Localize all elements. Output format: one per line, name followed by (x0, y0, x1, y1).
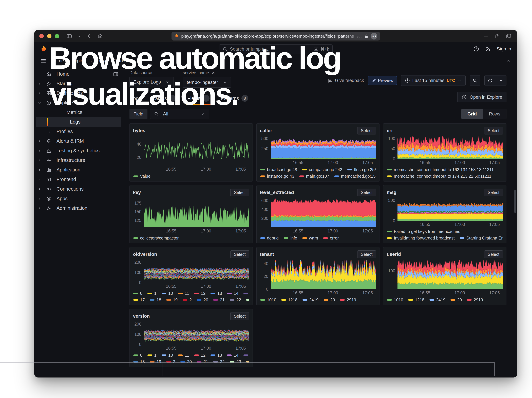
legend-item[interactable]: 2 (183, 298, 192, 302)
legend-item[interactable]: 29 (450, 298, 462, 302)
view-option-grid[interactable]: Grid (461, 109, 483, 119)
chart-plot[interactable] (144, 198, 249, 227)
legend-item[interactable]: 0 (133, 291, 142, 296)
legend-item[interactable]: 1010 (387, 298, 403, 302)
legend-item[interactable]: 24 (246, 359, 249, 364)
legend-item[interactable]: broadcast.go:48 (260, 167, 297, 172)
url-more-button[interactable]: ••• (371, 33, 377, 39)
legend-item[interactable]: error (323, 236, 339, 241)
select-button[interactable]: Select (484, 250, 503, 258)
legend-item[interactable]: 2419 (430, 298, 446, 302)
chart-plot[interactable] (271, 136, 376, 159)
close-window-button[interactable] (39, 34, 44, 38)
legend-item[interactable]: 1 (147, 353, 157, 358)
view-option-rows[interactable]: Rows (483, 109, 506, 119)
legend-item[interactable]: 18 (133, 359, 145, 364)
chart-plot[interactable] (398, 260, 503, 289)
legend-item[interactable]: memcache: connect timeout to 174.213.22.… (387, 174, 491, 179)
time-range-picker[interactable]: Last 15 minutes UTC (401, 75, 466, 86)
sidebar-toggle-icon[interactable] (66, 33, 73, 39)
share-icon[interactable] (494, 33, 501, 39)
sidebar-item-infrastructure[interactable]: Infrastructure (36, 155, 121, 165)
legend-item[interactable]: 22 (230, 298, 241, 302)
select-button[interactable]: Select (230, 250, 249, 258)
legend-item[interactable]: 2919 (467, 298, 483, 302)
legend-item[interactable]: 13 (210, 353, 222, 358)
legend-item[interactable]: Starting Grafana Enterpri (460, 236, 503, 241)
zoom-window-button[interactable] (55, 34, 59, 38)
legend-item[interactable]: 1218 (281, 298, 298, 302)
chart-plot[interactable] (271, 198, 376, 227)
select-button[interactable]: Select (357, 250, 376, 258)
help-icon[interactable] (473, 46, 479, 52)
chevron-right-icon[interactable] (37, 158, 42, 162)
legend-item[interactable]: 11 (178, 291, 189, 296)
sidebar-item-logs[interactable]: Logs (36, 117, 121, 127)
scrollbar-thumb[interactable] (514, 190, 516, 213)
legend-item[interactable]: 20 (197, 298, 208, 302)
legend-item[interactable]: 1218 (408, 298, 424, 302)
tab-overview-icon[interactable] (506, 33, 512, 39)
select-button[interactable]: Select (484, 127, 503, 134)
legend-item[interactable]: Value (133, 174, 151, 179)
chart-plot[interactable] (144, 260, 249, 283)
legend-item[interactable]: 19 (166, 298, 178, 302)
chart-plot[interactable] (398, 136, 503, 159)
legend-item[interactable]: 15 (243, 353, 249, 358)
legend-item[interactable]: 0 (133, 353, 142, 358)
sidebar-item-apps[interactable]: Apps (36, 194, 121, 203)
sidebar-item-application[interactable]: Application (36, 165, 121, 175)
legend-item[interactable]: main.go:107 (299, 174, 329, 179)
legend-item[interactable]: 21 (213, 298, 225, 302)
legend-item[interactable]: compactor.go:242 (302, 167, 342, 172)
chart-plot[interactable] (144, 322, 249, 344)
legend-item[interactable]: 13 (210, 291, 222, 296)
legend-item[interactable]: 2 (166, 359, 175, 364)
legend-item[interactable]: debug (260, 236, 279, 241)
legend-item[interactable]: 12 (194, 353, 206, 358)
new-tab-icon[interactable] (482, 33, 489, 39)
chart-plot[interactable] (144, 136, 249, 165)
grafana-logo[interactable] (40, 45, 47, 53)
chart-plot[interactable] (271, 260, 376, 289)
sidebar-chevron-icon[interactable] (77, 33, 81, 39)
chevron-right-icon[interactable] (37, 206, 42, 211)
legend-item[interactable]: Invalidating forwarded broadcast (387, 236, 455, 241)
legend-item[interactable]: flush.go:253 (347, 167, 376, 172)
back-button-icon[interactable] (86, 33, 93, 39)
legend-item[interactable]: 14 (227, 353, 238, 358)
legend-item[interactable]: 23 (230, 359, 241, 364)
legend-item[interactable]: 21 (197, 359, 208, 364)
legend-item[interactable]: 2419 (303, 298, 319, 302)
zoom-out-time-button[interactable] (470, 75, 480, 86)
chevron-right-icon[interactable] (37, 187, 42, 191)
legend-item[interactable]: 2919 (340, 298, 356, 302)
legend-item[interactable]: 1010 (260, 298, 276, 302)
legend-item[interactable]: warn (302, 236, 318, 241)
open-in-explore-button[interactable]: Open in Explore (457, 92, 507, 102)
sidebar-item-testing-synthetics[interactable]: Testing & synthetics (36, 146, 121, 155)
sidebar-item-administration[interactable]: Administration (36, 203, 121, 213)
select-button[interactable]: Select (357, 127, 376, 134)
legend-item[interactable]: info (284, 236, 297, 241)
legend-item[interactable]: 22 (213, 359, 225, 364)
sign-in-button[interactable]: Sign in (497, 46, 511, 52)
chevron-right-icon[interactable] (37, 91, 42, 95)
url-bar[interactable]: play.grafana.org/a/grafana-lokiexplore-a… (171, 32, 380, 41)
select-button[interactable]: Select (230, 312, 249, 320)
minimize-window-button[interactable] (47, 34, 51, 38)
legend-item[interactable]: 20 (180, 359, 192, 364)
menu-hamburger-icon[interactable] (40, 57, 47, 64)
sidebar-item-frontend[interactable]: Frontend (36, 175, 121, 184)
legend-item[interactable]: 14 (227, 291, 238, 296)
sidebar-item-alerts-irm[interactable]: Alerts & IRM (36, 136, 121, 146)
legend-item[interactable]: 17 (133, 298, 145, 302)
news-rss-icon[interactable] (485, 46, 491, 52)
chevron-right-icon[interactable] (47, 129, 52, 134)
refresh-button[interactable] (485, 78, 496, 83)
chevron-right-icon[interactable] (37, 177, 42, 182)
chevron-right-icon[interactable] (37, 81, 42, 86)
legend-item[interactable]: 12 (194, 291, 206, 296)
legend-item[interactable]: 10 (162, 353, 173, 358)
home-button-icon[interactable] (97, 33, 104, 39)
